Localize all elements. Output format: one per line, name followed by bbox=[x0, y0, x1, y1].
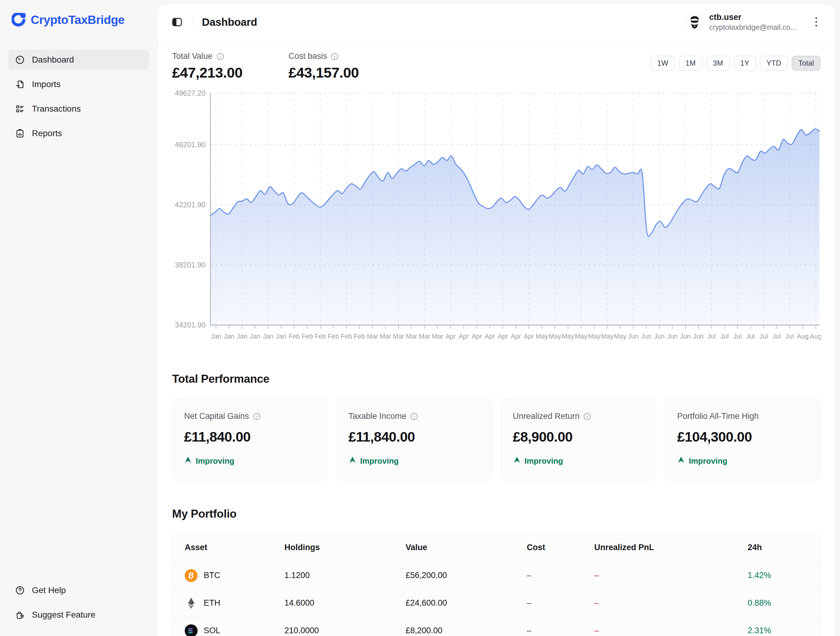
asset-symbol: BTC bbox=[204, 571, 220, 580]
svg-text:Jun: Jun bbox=[641, 333, 652, 340]
stat-total-value-amount: £47,213.00 bbox=[172, 64, 242, 81]
range-button-total[interactable]: Total bbox=[792, 56, 820, 71]
unrealized-pnl-cell: – bbox=[594, 626, 748, 635]
range-button-3m[interactable]: 3M bbox=[707, 56, 729, 71]
user-menu[interactable]: ctb.user cryptotaxbridge@mail.co... bbox=[686, 13, 822, 31]
sidebar-footer: Get Help Suggest Feature bbox=[8, 580, 149, 625]
svg-text:Mar: Mar bbox=[432, 333, 443, 340]
holdings-cell: 1.1200 bbox=[284, 571, 406, 580]
sidebar-item-label: Transactions bbox=[32, 104, 81, 114]
range-button-1m[interactable]: 1M bbox=[679, 56, 702, 71]
svg-text:Apr: Apr bbox=[472, 333, 482, 340]
svg-text:Apr: Apr bbox=[445, 333, 456, 340]
performance-card-label: Unrealized Return bbox=[513, 411, 580, 421]
info-icon[interactable] bbox=[583, 412, 591, 420]
asset-symbol: SOL bbox=[204, 626, 220, 635]
info-icon[interactable] bbox=[216, 52, 224, 60]
sidebar-item-dashboard[interactable]: Dashboard bbox=[8, 50, 149, 70]
svg-text:Jul: Jul bbox=[733, 333, 742, 340]
page-title: Dashboard bbox=[202, 16, 257, 28]
svg-text:Mar: Mar bbox=[380, 333, 391, 340]
stat-total-value: Total Value £47,213.00 bbox=[172, 52, 242, 81]
svg-text:Mar: Mar bbox=[419, 333, 430, 340]
svg-text:Apr: Apr bbox=[485, 333, 495, 340]
value-cell: £8,200.00 bbox=[406, 626, 527, 635]
svg-text:Jan: Jan bbox=[250, 333, 261, 340]
svg-text:Jul: Jul bbox=[747, 333, 755, 340]
svg-text:Jan: Jan bbox=[263, 333, 274, 340]
summary-stats-row: Total Value £47,213.00 Cost basis £43,15… bbox=[172, 52, 820, 81]
info-icon[interactable] bbox=[253, 412, 261, 420]
portfolio-heading: My Portfolio bbox=[172, 507, 820, 520]
column-header-unrealized-pnl: Unrealized PnL bbox=[594, 543, 748, 552]
performance-heading: Total Performance bbox=[172, 373, 820, 386]
trend-label: Improving bbox=[196, 456, 234, 466]
sidebar-item-label: Imports bbox=[32, 79, 60, 89]
sidebar-item-imports[interactable]: Imports bbox=[8, 74, 149, 94]
stat-total-value-label: Total Value bbox=[172, 52, 213, 61]
table-row-btc[interactable]: B BTC 1.1200 £56,200.00 – – 1.42% bbox=[172, 562, 820, 589]
performance-card-net-capital-gains: Net Capital Gains £11,840.00 Improving bbox=[172, 398, 327, 480]
performance-cards: Net Capital Gains £11,840.00 Improving T… bbox=[172, 398, 820, 480]
brand-logo[interactable]: CryptoTaxBridge bbox=[8, 9, 149, 31]
performance-card-label: Net Capital Gains bbox=[184, 411, 249, 421]
trend-badge: Improving bbox=[184, 456, 316, 466]
sidebar-item-get-help[interactable]: Get Help bbox=[8, 580, 149, 600]
range-button-1y[interactable]: 1Y bbox=[734, 56, 756, 71]
table-row-sol[interactable]: SOL 210.0000 £8,200.00 – – 2.31% bbox=[172, 617, 820, 636]
trend-badge: Improving bbox=[677, 456, 808, 466]
trend-label: Improving bbox=[689, 456, 728, 466]
svg-text:Mar: Mar bbox=[406, 333, 417, 340]
sidebar-item-label: Dashboard bbox=[32, 55, 74, 65]
feature-star-icon bbox=[15, 610, 25, 620]
table-row-eth[interactable]: ETH 14.6000 £24,600.00 – – 0.88% bbox=[172, 589, 820, 617]
performance-card-value: £11,840.00 bbox=[184, 429, 316, 445]
column-header-cost: Cost bbox=[527, 543, 594, 552]
brand-name: CryptoTaxBridge bbox=[31, 13, 125, 27]
sol-coin-icon bbox=[185, 624, 197, 636]
svg-text:Jul: Jul bbox=[772, 333, 781, 340]
performance-card-taxable-income: Taxable Income £11,840.00 Improving bbox=[336, 398, 492, 480]
chart-canvas[interactable]: 49627.2046201.9042201.9038201.9034201.90… bbox=[172, 88, 821, 344]
sidebar-item-reports[interactable]: Reports bbox=[8, 123, 149, 143]
holdings-cell: 210.0000 bbox=[284, 626, 406, 635]
svg-text:Jan: Jan bbox=[276, 333, 287, 340]
holdings-cell: 14.6000 bbox=[284, 598, 406, 608]
svg-text:34201.90: 34201.90 bbox=[175, 321, 205, 329]
svg-text:Aug: Aug bbox=[797, 333, 808, 340]
info-icon[interactable] bbox=[331, 52, 339, 60]
svg-text:May: May bbox=[536, 333, 548, 340]
svg-text:May: May bbox=[562, 333, 574, 340]
portfolio-value-chart[interactable]: 49627.2046201.9042201.9038201.9034201.90… bbox=[172, 88, 820, 344]
unrealized-pnl-cell: – bbox=[594, 571, 748, 580]
sidebar-toggle-icon[interactable] bbox=[171, 16, 183, 28]
info-icon[interactable] bbox=[410, 412, 418, 420]
gauge-icon bbox=[15, 55, 25, 65]
column-header-value: Value bbox=[406, 543, 527, 552]
sidebar: CryptoTaxBridge Dashboard Imports Transa… bbox=[0, 0, 157, 636]
svg-text:Jun: Jun bbox=[680, 333, 691, 340]
svg-text:Mar: Mar bbox=[393, 333, 404, 340]
btc-coin-icon: B bbox=[185, 569, 197, 582]
help-circle-icon bbox=[15, 585, 25, 595]
sidebar-item-transactions[interactable]: Transactions bbox=[8, 99, 149, 119]
sidebar-nav: Dashboard Imports Transactions Reports bbox=[8, 50, 149, 143]
kebab-menu-icon[interactable] bbox=[810, 15, 822, 29]
range-button-1w[interactable]: 1W bbox=[651, 56, 675, 71]
performance-card-portfolio-all-time-high: Portfolio All-Time High £104,300.00 Impr… bbox=[665, 398, 820, 480]
svg-text:May: May bbox=[614, 333, 627, 340]
range-button-ytd[interactable]: YTD bbox=[760, 56, 788, 71]
svg-text:May: May bbox=[588, 333, 600, 340]
sidebar-item-suggest-feature[interactable]: Suggest Feature bbox=[8, 605, 149, 625]
svg-text:38201.90: 38201.90 bbox=[175, 261, 205, 269]
time-range-group: 1W1M3M1YYTDTotal bbox=[651, 56, 820, 71]
sidebar-item-label: Get Help bbox=[32, 586, 66, 595]
svg-text:May: May bbox=[549, 333, 561, 340]
trend-up-icon bbox=[513, 456, 521, 466]
trend-up-icon bbox=[184, 456, 192, 466]
portfolio-table-body: B BTC 1.1200 £56,200.00 – – 1.42% ETH 14… bbox=[172, 562, 820, 636]
trend-label: Improving bbox=[360, 456, 399, 466]
svg-text:May: May bbox=[601, 333, 614, 340]
svg-text:42201.90: 42201.90 bbox=[175, 200, 205, 209]
performance-card-value: £11,840.00 bbox=[349, 429, 480, 445]
